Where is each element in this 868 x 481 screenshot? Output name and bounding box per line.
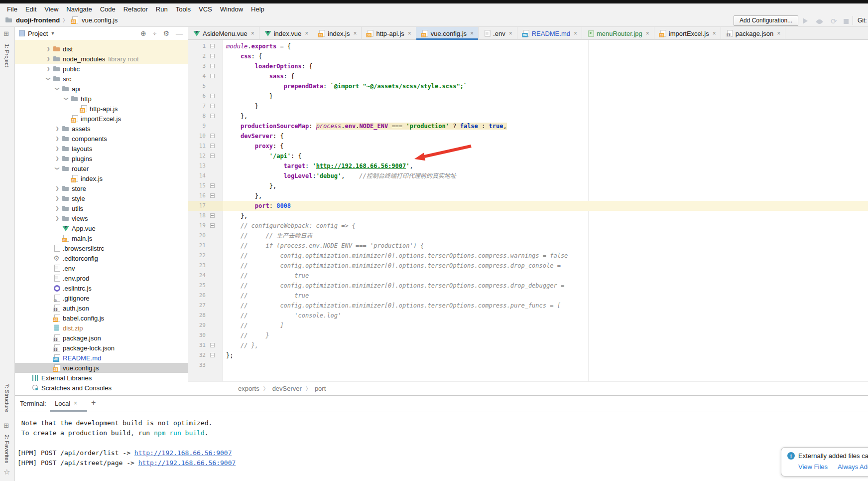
code-line-16[interactable]: 16 },	[188, 191, 868, 201]
tree-item-vue.config.js[interactable]: vue.config.js	[15, 363, 188, 373]
tab-vue.config.js[interactable]: vue.config.js×	[416, 27, 479, 40]
code-line-33[interactable]: 33	[188, 360, 868, 370]
tab-AsideMenu.vue[interactable]: AsideMenu.vue×	[188, 27, 259, 40]
fold-marker-icon[interactable]	[210, 54, 215, 58]
fold-marker-icon[interactable]	[210, 44, 215, 48]
code-line-2[interactable]: 2 css: {	[188, 51, 868, 61]
tree-item-plugins[interactable]: ❯plugins	[15, 154, 188, 163]
code-line-4[interactable]: 4 sass: {	[188, 71, 868, 81]
fold-marker-icon[interactable]	[210, 353, 215, 357]
fold-marker-icon[interactable]	[210, 193, 215, 198]
chevron-icon[interactable]: ❯	[53, 126, 62, 131]
tab-http-api.js[interactable]: http-api.js×	[362, 27, 416, 40]
tree-item-utils[interactable]: ❯utils	[15, 203, 188, 213]
tree-item-store[interactable]: ❯store	[15, 183, 188, 193]
tree-item-dist[interactable]: ❯dist	[15, 44, 188, 54]
fold-marker-icon[interactable]	[210, 114, 215, 118]
tree-item-.editorconfig[interactable]: .editorconfig	[15, 253, 188, 263]
tree-item-dist.zip[interactable]: dist.zip	[15, 323, 188, 333]
close-icon[interactable]: ×	[713, 30, 716, 36]
tree-item-.env.prod[interactable]: .env.prod	[15, 273, 188, 283]
menu-item-tools[interactable]: Tools	[172, 5, 195, 13]
menu-item-code[interactable]: Code	[96, 5, 120, 13]
close-icon[interactable]: ×	[305, 30, 308, 36]
breadcrumb[interactable]: duoji-frontend 〉 vue.config.js	[5, 16, 118, 24]
chevron-icon[interactable]: ❯	[46, 74, 51, 83]
tree-item-api[interactable]: ❯api	[15, 84, 188, 94]
menu-item-window[interactable]: Window	[216, 5, 247, 13]
tab-.env[interactable]: .env×	[479, 27, 517, 40]
hide-panel-icon[interactable]: —	[176, 29, 183, 37]
notification-popup[interactable]: i Externally added files car View FilesA…	[781, 447, 868, 477]
tree-item-components[interactable]: ❯components	[15, 134, 188, 144]
tree-item-.gitignore[interactable]: .gitignore	[15, 293, 188, 303]
chevron-icon[interactable]: ❯	[53, 206, 62, 211]
tree-item-layouts[interactable]: ❯layouts	[15, 144, 188, 154]
tree-item-assets[interactable]: ❯assets	[15, 124, 188, 134]
tree-item-package.json[interactable]: package.json	[15, 333, 188, 343]
fold-marker-icon[interactable]	[210, 343, 215, 347]
close-icon[interactable]: ×	[646, 30, 649, 36]
code-line-3[interactable]: 3 loaderOptions: {	[188, 61, 868, 71]
tree-item-importExcel.js[interactable]: importExcel.js	[15, 114, 188, 124]
chevron-icon[interactable]: ❯	[44, 56, 53, 61]
tab-index.js[interactable]: index.js×	[313, 27, 362, 40]
code-line-8[interactable]: 8 },	[188, 111, 868, 121]
close-icon[interactable]: ×	[470, 30, 474, 36]
chevron-icon[interactable]: ❯	[53, 216, 62, 221]
tab-package.json[interactable]: package.json×	[721, 27, 786, 40]
chevron-icon[interactable]: ❯	[53, 196, 62, 201]
close-icon[interactable]: ×	[251, 30, 254, 36]
fold-marker-icon[interactable]	[210, 223, 215, 228]
breadcrumb-file[interactable]: vue.config.js	[82, 16, 118, 24]
tree-item-router[interactable]: ❯router	[15, 163, 188, 173]
stripe-favorites-button[interactable]: 2: Favorites	[4, 435, 10, 463]
run-icon[interactable]	[803, 17, 811, 24]
close-icon[interactable]: ×	[777, 30, 780, 36]
terminal-output[interactable]: Note that the development build is not o…	[15, 412, 868, 481]
code-line-22[interactable]: 22 // config.optimization.minimizer[0].o…	[188, 251, 868, 261]
menu-item-edit[interactable]: Edit	[21, 5, 40, 13]
star-icon[interactable]: ☆	[3, 468, 10, 477]
menu-item-navigate[interactable]: Navigate	[62, 5, 96, 13]
code-line-10[interactable]: 10 devServer: {	[188, 131, 868, 141]
code-line-26[interactable]: 26 // true	[188, 291, 868, 301]
chevron-icon[interactable]: ❯	[44, 46, 53, 51]
close-icon[interactable]: ×	[74, 400, 77, 407]
terminal-link[interactable]: http://192.168.66.56:9007	[134, 449, 232, 457]
tree-item-http-api.js[interactable]: http-api.js	[15, 104, 188, 114]
tree-item-main.js[interactable]: main.js	[15, 233, 188, 243]
tree-item-.env[interactable]: .env	[15, 263, 188, 273]
menu-item-help[interactable]: Help	[247, 5, 268, 13]
menu-item-view[interactable]: View	[40, 5, 62, 13]
git-branch-label[interactable]: Git:	[858, 17, 867, 24]
breadcrumb-project[interactable]: duoji-frontend	[16, 16, 60, 24]
menu-item-run[interactable]: Run	[152, 5, 172, 13]
chevron-icon[interactable]: ❯	[44, 66, 53, 71]
menu-item-refactor[interactable]: Refactor	[120, 5, 152, 13]
fold-marker-icon[interactable]	[210, 154, 215, 158]
code-line-12[interactable]: 12 '/api': {	[188, 151, 868, 161]
terminal-link[interactable]: http://192.168.66.56:9007	[138, 459, 236, 467]
chevron-icon[interactable]: ❯	[55, 84, 60, 93]
code-line-28[interactable]: 28 // 'console.log'	[188, 311, 868, 321]
breadcrumb-exports[interactable]: exports	[238, 385, 259, 392]
code-line-5[interactable]: 5 prependData: `@import "~@/assets/scss/…	[188, 81, 868, 91]
stripe-project-button[interactable]: 1: Project	[4, 44, 10, 67]
code-line-18[interactable]: 18 },	[188, 211, 868, 221]
tree-item-auth.json[interactable]: auth.json	[15, 303, 188, 313]
tab-menuRouter.jpg[interactable]: menuRouter.jpg×	[582, 27, 654, 40]
grid-icon[interactable]: ⊞	[3, 422, 9, 429]
code-line-24[interactable]: 24 // true	[188, 271, 868, 281]
chevron-icon[interactable]: ❯	[53, 136, 62, 141]
settings-gear-icon[interactable]: ⚙	[163, 29, 169, 37]
tree-item-External Libraries[interactable]: External Libraries	[15, 373, 188, 383]
tree-item-Scratches and Consoles[interactable]: Scratches and Consoles	[15, 383, 188, 393]
code-editor[interactable]: 1module.exports = {2 css: {3 loaderOptio…	[188, 40, 868, 381]
code-line-30[interactable]: 30 // }	[188, 330, 868, 340]
close-icon[interactable]: ×	[509, 30, 512, 36]
coverage-icon[interactable]: ⟳	[831, 17, 839, 24]
close-icon[interactable]: ×	[353, 30, 357, 36]
tab-index.vue[interactable]: index.vue×	[259, 27, 314, 40]
code-line-23[interactable]: 23 // config.optimization.minimizer[0].o…	[188, 261, 868, 271]
